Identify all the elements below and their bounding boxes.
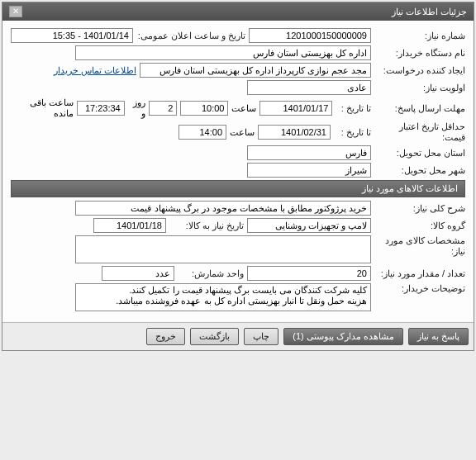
announce-field[interactable] — [11, 28, 133, 43]
creator-label: ایجاد کننده درخواست: — [374, 65, 465, 76]
city-label: شهر محل تحویل: — [374, 165, 465, 176]
province-field[interactable] — [247, 145, 371, 160]
priority-label: اولویت نیاز: — [374, 83, 465, 93]
validity-label: حداقل تاریخ اعتبار قیمت: — [374, 121, 465, 143]
contact-buyer-link[interactable]: اطلاعات تماس خریدار — [54, 65, 136, 76]
unit-label: واحد شمارش: — [178, 268, 244, 279]
time-label-2: ساعت — [230, 127, 255, 138]
spec-field[interactable] — [75, 235, 371, 263]
province-label: استان محل تحویل: — [374, 148, 465, 159]
need-date-label: تاریخ نیاز به کالا: — [169, 221, 244, 231]
deadline-time-field[interactable] — [180, 101, 228, 116]
section-goods-header: اطلاعات کالاهای مورد نیاز — [11, 180, 465, 197]
group-field[interactable] — [247, 218, 371, 233]
desc-field[interactable] — [75, 201, 371, 216]
notes-field[interactable] — [75, 283, 371, 311]
to-date-label: تا تاریخ : — [336, 103, 371, 114]
attachments-button[interactable]: مشاهده مدارک پیوستی (1) — [283, 328, 403, 345]
validity-date-field[interactable] — [258, 125, 331, 140]
back-button[interactable]: بازگشت — [190, 328, 239, 345]
notes-label: توضیحات خریدار: — [374, 283, 465, 294]
close-icon[interactable]: ✕ — [9, 6, 22, 17]
respond-button[interactable]: پاسخ به نیاز — [408, 328, 469, 345]
creator-field[interactable] — [140, 63, 371, 78]
time-label-1: ساعت — [231, 103, 256, 114]
validity-time-field[interactable] — [178, 125, 226, 140]
need-no-label: شماره نیاز: — [374, 31, 465, 41]
main-panel: شماره نیاز: تاریخ و ساعت اعلان عمومی: نا… — [2, 21, 474, 322]
countdown-field — [77, 101, 125, 116]
deadline-date-field[interactable] — [259, 101, 332, 116]
need-no-field[interactable] — [249, 28, 371, 43]
qty-field[interactable] — [247, 266, 371, 281]
to-date-label-2: تا تاریخ : — [334, 127, 371, 138]
print-button[interactable]: چاپ — [244, 328, 278, 345]
spec-label: مشخصات کالای مورد نیاز: — [374, 235, 465, 257]
exit-button[interactable]: خروج — [146, 328, 185, 345]
deadline-send-label: مهلت ارسال پاسخ: — [374, 103, 465, 114]
days-label: روز و — [128, 97, 146, 119]
priority-field[interactable] — [247, 80, 371, 95]
remain-label: ساعت باقی مانده — [11, 97, 74, 119]
qty-label: تعداد / مقدار مورد نیاز: — [374, 268, 465, 279]
buyer-field[interactable] — [75, 45, 371, 60]
desc-label: شرح کلی نیاز: — [374, 203, 465, 214]
window-title: جزئیات اطلاعات نیاز — [392, 7, 467, 17]
days-field[interactable] — [149, 101, 177, 116]
announce-label: تاریخ و ساعت اعلان عمومی: — [136, 31, 245, 41]
city-field[interactable] — [247, 163, 371, 178]
buyer-label: نام دستگاه خریدار: — [374, 48, 465, 59]
unit-field[interactable] — [102, 266, 174, 281]
footer-bar: پاسخ به نیاز مشاهده مدارک پیوستی (1) چاپ… — [2, 322, 474, 350]
group-label: گروه کالا: — [374, 221, 465, 231]
titlebar: جزئیات اطلاعات نیاز ✕ — [2, 2, 474, 21]
dialog-window: جزئیات اطلاعات نیاز ✕ شماره نیاز: تاریخ … — [2, 2, 474, 351]
need-date-field[interactable] — [93, 218, 166, 233]
